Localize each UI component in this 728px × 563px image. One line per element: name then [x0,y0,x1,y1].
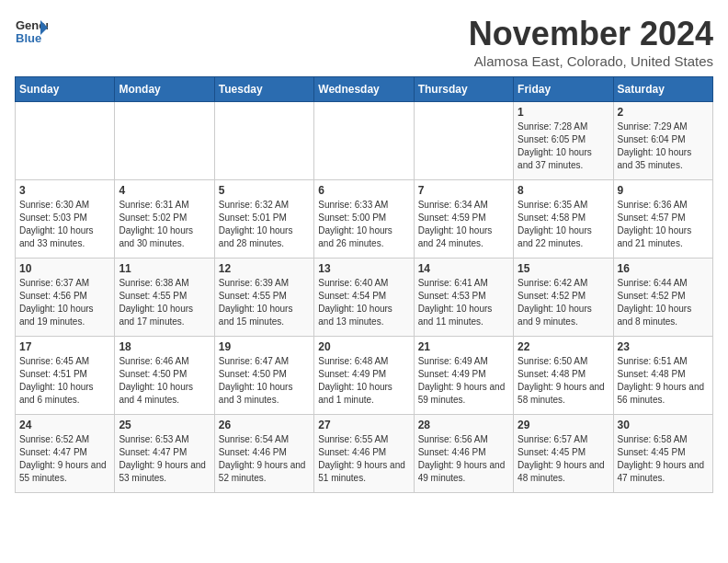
calendar-week-4: 17Sunrise: 6:45 AM Sunset: 4:51 PM Dayli… [16,337,713,415]
calendar-week-3: 10Sunrise: 6:37 AM Sunset: 4:56 PM Dayli… [16,259,713,337]
header-day-saturday: Saturday [613,77,712,102]
calendar-cell: 14Sunrise: 6:41 AM Sunset: 4:53 PM Dayli… [414,259,513,337]
day-info: Sunrise: 6:51 AM Sunset: 4:48 PM Dayligh… [618,355,709,407]
calendar-cell: 13Sunrise: 6:40 AM Sunset: 4:54 PM Dayli… [314,259,414,337]
day-info: Sunrise: 6:47 AM Sunset: 4:50 PM Dayligh… [219,355,310,407]
day-number: 6 [318,184,409,197]
day-number: 15 [518,262,609,275]
calendar-cell: 15Sunrise: 6:42 AM Sunset: 4:52 PM Dayli… [514,259,613,337]
calendar-week-5: 24Sunrise: 6:52 AM Sunset: 4:47 PM Dayli… [16,415,713,493]
day-info: Sunrise: 6:52 AM Sunset: 4:47 PM Dayligh… [19,433,110,485]
day-info: Sunrise: 6:45 AM Sunset: 4:51 PM Dayligh… [19,355,110,407]
calendar-header-row: SundayMondayTuesdayWednesdayThursdayFrid… [16,77,713,102]
svg-text:Blue: Blue [16,31,41,45]
day-number: 27 [318,419,409,431]
calendar-cell: 10Sunrise: 6:37 AM Sunset: 4:56 PM Dayli… [16,259,115,337]
day-info: Sunrise: 6:37 AM Sunset: 4:56 PM Dayligh… [19,277,110,328]
logo: General Blue [15,15,48,48]
calendar-cell [314,102,414,180]
day-number: 28 [418,419,509,431]
day-number: 20 [318,340,409,353]
day-number: 23 [618,340,709,353]
calendar-cell: 7Sunrise: 6:34 AM Sunset: 4:59 PM Daylig… [414,180,513,259]
header: General Blue November 2024 Alamosa East,… [15,15,713,69]
day-info: Sunrise: 6:58 AM Sunset: 4:45 PM Dayligh… [618,433,709,485]
header-day-tuesday: Tuesday [214,77,313,102]
calendar-cell: 23Sunrise: 6:51 AM Sunset: 4:48 PM Dayli… [613,337,712,415]
title-area: November 2024 Alamosa East, Colorado, Un… [469,15,713,69]
day-number: 17 [19,340,110,353]
calendar-cell: 11Sunrise: 6:38 AM Sunset: 4:55 PM Dayli… [115,259,214,337]
day-info: Sunrise: 6:56 AM Sunset: 4:46 PM Dayligh… [418,433,509,485]
day-number: 9 [618,184,709,197]
calendar-cell: 24Sunrise: 6:52 AM Sunset: 4:47 PM Dayli… [16,415,115,493]
calendar-cell: 25Sunrise: 6:53 AM Sunset: 4:47 PM Dayli… [115,415,214,493]
day-info: Sunrise: 6:54 AM Sunset: 4:46 PM Dayligh… [219,433,310,485]
day-number: 24 [19,419,110,431]
logo-svg: General Blue [15,15,48,48]
day-number: 14 [418,262,509,275]
calendar-cell: 6Sunrise: 6:33 AM Sunset: 5:00 PM Daylig… [314,180,414,259]
calendar-cell: 22Sunrise: 6:50 AM Sunset: 4:48 PM Dayli… [514,337,613,415]
day-info: Sunrise: 6:44 AM Sunset: 4:52 PM Dayligh… [618,277,709,328]
calendar-cell: 18Sunrise: 6:46 AM Sunset: 4:50 PM Dayli… [115,337,214,415]
day-number: 10 [19,262,110,275]
calendar-cell: 26Sunrise: 6:54 AM Sunset: 4:46 PM Dayli… [214,415,313,493]
day-info: Sunrise: 6:38 AM Sunset: 4:55 PM Dayligh… [119,277,210,328]
calendar-cell: 1Sunrise: 7:28 AM Sunset: 6:05 PM Daylig… [514,102,613,180]
day-number: 29 [518,419,609,431]
calendar-cell: 29Sunrise: 6:57 AM Sunset: 4:45 PM Dayli… [514,415,613,493]
day-info: Sunrise: 6:35 AM Sunset: 4:58 PM Dayligh… [518,199,609,250]
calendar-week-1: 1Sunrise: 7:28 AM Sunset: 6:05 PM Daylig… [16,102,713,180]
day-info: Sunrise: 6:30 AM Sunset: 5:03 PM Dayligh… [19,199,110,250]
day-number: 7 [418,184,509,197]
calendar-cell: 3Sunrise: 6:30 AM Sunset: 5:03 PM Daylig… [16,180,115,259]
day-number: 26 [219,419,310,431]
day-info: Sunrise: 6:36 AM Sunset: 4:57 PM Dayligh… [618,199,709,250]
day-number: 13 [318,262,409,275]
day-info: Sunrise: 6:31 AM Sunset: 5:02 PM Dayligh… [119,199,210,250]
day-number: 12 [219,262,310,275]
header-day-sunday: Sunday [16,77,115,102]
day-number: 30 [618,419,709,431]
day-number: 18 [119,340,210,353]
header-day-friday: Friday [514,77,613,102]
day-number: 19 [219,340,310,353]
header-day-wednesday: Wednesday [314,77,414,102]
calendar-cell [115,102,214,180]
day-info: Sunrise: 6:49 AM Sunset: 4:49 PM Dayligh… [418,355,509,407]
day-info: Sunrise: 6:42 AM Sunset: 4:52 PM Dayligh… [518,277,609,328]
calendar-cell: 4Sunrise: 6:31 AM Sunset: 5:02 PM Daylig… [115,180,214,259]
day-info: Sunrise: 7:29 AM Sunset: 6:04 PM Dayligh… [618,121,709,172]
day-number: 1 [518,106,609,119]
day-info: Sunrise: 6:50 AM Sunset: 4:48 PM Dayligh… [518,355,609,407]
day-number: 2 [618,106,709,119]
day-number: 4 [119,184,210,197]
day-info: Sunrise: 6:33 AM Sunset: 5:00 PM Dayligh… [318,199,409,250]
calendar-cell: 17Sunrise: 6:45 AM Sunset: 4:51 PM Dayli… [16,337,115,415]
location-subtitle: Alamosa East, Colorado, United States [469,53,713,69]
day-number: 5 [219,184,310,197]
day-info: Sunrise: 6:53 AM Sunset: 4:47 PM Dayligh… [119,433,210,485]
calendar-cell: 27Sunrise: 6:55 AM Sunset: 4:46 PM Dayli… [314,415,414,493]
day-info: Sunrise: 6:39 AM Sunset: 4:55 PM Dayligh… [219,277,310,328]
day-info: Sunrise: 6:57 AM Sunset: 4:45 PM Dayligh… [518,433,609,485]
day-info: Sunrise: 7:28 AM Sunset: 6:05 PM Dayligh… [518,121,609,172]
day-number: 3 [19,184,110,197]
day-info: Sunrise: 6:32 AM Sunset: 5:01 PM Dayligh… [219,199,310,250]
day-number: 11 [119,262,210,275]
calendar-cell [414,102,513,180]
day-number: 8 [518,184,609,197]
calendar-cell: 20Sunrise: 6:48 AM Sunset: 4:49 PM Dayli… [314,337,414,415]
calendar-cell: 5Sunrise: 6:32 AM Sunset: 5:01 PM Daylig… [214,180,313,259]
calendar-cell: 30Sunrise: 6:58 AM Sunset: 4:45 PM Dayli… [613,415,712,493]
header-day-monday: Monday [115,77,214,102]
calendar-cell [214,102,313,180]
calendar-cell: 9Sunrise: 6:36 AM Sunset: 4:57 PM Daylig… [613,180,712,259]
calendar-cell: 12Sunrise: 6:39 AM Sunset: 4:55 PM Dayli… [214,259,313,337]
day-number: 22 [518,340,609,353]
day-info: Sunrise: 6:40 AM Sunset: 4:54 PM Dayligh… [318,277,409,328]
calendar-cell: 2Sunrise: 7:29 AM Sunset: 6:04 PM Daylig… [613,102,712,180]
calendar-cell: 21Sunrise: 6:49 AM Sunset: 4:49 PM Dayli… [414,337,513,415]
calendar-cell: 19Sunrise: 6:47 AM Sunset: 4:50 PM Dayli… [214,337,313,415]
